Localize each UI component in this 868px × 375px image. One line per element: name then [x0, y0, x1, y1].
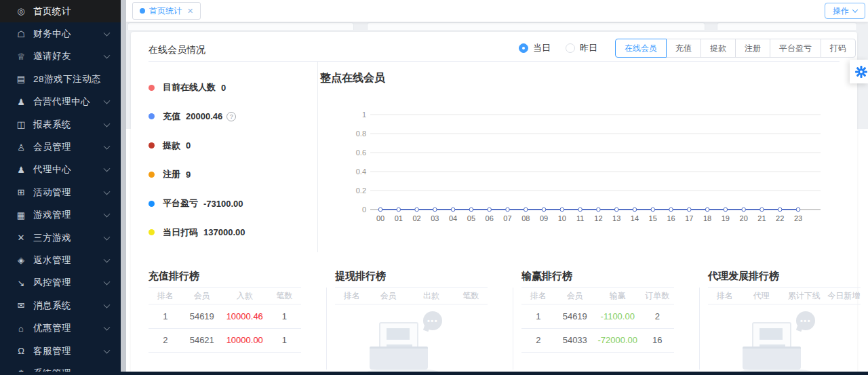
- sidebar-item-邀请好友[interactable]: ♕邀请好友: [0, 45, 121, 68]
- chevron-down-icon: [104, 188, 111, 195]
- svg-text:0: 0: [362, 205, 366, 214]
- table-cell: -1100.00: [595, 311, 641, 321]
- sidebar-item-游戏管理[interactable]: ▦游戏管理: [0, 204, 121, 226]
- promo-icon: ⌂: [15, 323, 27, 334]
- ranking-提现排行榜: 提现排行榜排名会员出款笔数•••: [335, 269, 488, 304]
- stat-dot: [149, 201, 155, 207]
- document-icon: ▤: [15, 74, 27, 84]
- svg-text:13: 13: [612, 214, 620, 222]
- sidebar-item-消息系统[interactable]: ✉消息系统: [0, 294, 121, 317]
- stat-value: 20000.46: [186, 111, 222, 121]
- radio-当日[interactable]: 当日: [519, 42, 551, 54]
- table-cell: 54033: [555, 335, 595, 345]
- empty-tray: [743, 347, 801, 370]
- metric-button-充值[interactable]: 充值: [666, 39, 701, 58]
- ranking-table: 排名会员入款笔数15461910000.46125462110000.001: [149, 287, 301, 353]
- sidebar-item-label: 邀请好友: [33, 50, 71, 62]
- table-cell: 1: [149, 311, 182, 321]
- stat-item: 注册9: [149, 168, 311, 180]
- content-area: 在线会员情况 当日昨日 在线会员充值提款注册平台盈亏打码 目前在线人数0充值20…: [126, 22, 868, 375]
- stat-item: 充值20000.46?: [149, 111, 311, 123]
- sidebar-item-label: 报表系统: [33, 119, 71, 131]
- header-cell: 排名: [708, 290, 742, 302]
- header-cell: 排名: [149, 290, 182, 302]
- close-icon[interactable]: ✕: [187, 7, 193, 15]
- sidebar-item-代理中心[interactable]: ♟代理中心: [0, 159, 121, 181]
- sidebar-item-label: 风控管理: [33, 277, 71, 289]
- chevron-down-icon: [104, 98, 111, 104]
- header-cell: 会员: [555, 290, 595, 302]
- sidebar-item-报表系统[interactable]: ◫报表系统: [0, 113, 121, 136]
- header-cell: 累计下线: [781, 290, 827, 302]
- settings-panel-toggle[interactable]: [850, 60, 868, 83]
- svg-text:15: 15: [649, 214, 657, 222]
- partner-icon: ♟: [15, 97, 27, 107]
- table-row: 254033-72000.0016: [521, 329, 674, 353]
- sidebar-item-返水管理[interactable]: ◈返水管理: [0, 249, 121, 271]
- ranking-table: 排名会员输赢订单数154619-1100.002254033-72000.001…: [521, 287, 674, 353]
- table-header-row: 排名会员入款笔数: [149, 287, 301, 304]
- active-tab-dot: [140, 8, 145, 14]
- svg-text:00: 00: [376, 214, 384, 222]
- ranking-title: 代理发展排行榜: [708, 269, 861, 283]
- action-button[interactable]: 操作: [825, 3, 865, 19]
- stat-dot: [149, 113, 155, 119]
- tab-home-stats[interactable]: 首页统计 ✕: [132, 2, 201, 20]
- sidebar-item-label: 会员管理: [33, 141, 71, 153]
- svg-text:0.6: 0.6: [356, 149, 366, 157]
- sidebar-item-活动管理[interactable]: ⊞活动管理: [0, 181, 121, 203]
- table-cell: 1: [268, 335, 302, 345]
- metric-button-提款[interactable]: 提款: [701, 39, 736, 58]
- stat-value: 9: [186, 170, 191, 180]
- svg-text:21: 21: [757, 214, 766, 222]
- sidebar-item-28游戏下注动态[interactable]: ▤28游戏下注动态: [0, 68, 121, 90]
- stat-dot: [149, 85, 155, 91]
- svg-text:03: 03: [431, 214, 439, 222]
- table-cell: 2: [149, 335, 182, 345]
- sidebar-item-三方游戏[interactable]: ✕三方游戏: [0, 226, 121, 249]
- help-icon[interactable]: ?: [226, 112, 236, 121]
- sidebar-scrollbar[interactable]: [121, 0, 126, 375]
- header-cell: 会员: [182, 290, 222, 302]
- sidebar-item-合营代理中心[interactable]: ♟合营代理中心: [0, 91, 121, 113]
- metric-button-打码[interactable]: 打码: [821, 39, 856, 58]
- table-cell: 2: [521, 335, 555, 345]
- stat-dot: [149, 142, 155, 149]
- header-cell: 代理: [742, 290, 782, 302]
- sidebar-item-风控管理[interactable]: ↘风控管理: [0, 272, 121, 294]
- sidebar-item-label: 合营代理中心: [33, 96, 90, 108]
- chevron-down-icon: [104, 211, 111, 218]
- sidebar-item-会员管理[interactable]: ♙会员管理: [0, 136, 121, 158]
- svg-text:12: 12: [594, 214, 602, 222]
- sidebar-item-label: 三方游戏: [33, 232, 71, 244]
- radio-昨日[interactable]: 昨日: [566, 42, 597, 54]
- agent-icon: ♟: [15, 165, 27, 175]
- sidebar-item-优惠管理[interactable]: ⌂优惠管理: [0, 317, 121, 339]
- chevron-down-icon: [104, 256, 111, 263]
- sidebar-item-label: 消息系统: [33, 300, 71, 312]
- metric-button-平台盈亏[interactable]: 平台盈亏: [770, 39, 821, 58]
- chevron-down-icon: [104, 233, 111, 240]
- stat-dot: [149, 229, 155, 235]
- metric-button-在线会员[interactable]: 在线会员: [615, 39, 667, 58]
- svg-text:02: 02: [412, 214, 420, 222]
- empty-bubble-icon: •••: [423, 311, 442, 330]
- sidebar-item-首页统计[interactable]: ◎首页统计: [0, 0, 121, 22]
- header-cell: 入款: [222, 290, 268, 302]
- stat-dot: [149, 172, 155, 178]
- activity-icon: ⊞: [15, 187, 27, 197]
- sidebar-item-label: 财务中心: [33, 28, 71, 40]
- stat-label: 平台盈亏: [163, 197, 198, 210]
- metric-button-group: 在线会员充值提款注册平台盈亏打码: [615, 39, 856, 58]
- sidebar-item-财务中心[interactable]: ☖财务中心: [0, 22, 121, 45]
- header-cell: 输赢: [595, 290, 641, 302]
- stat-value: 0: [186, 140, 191, 151]
- svg-text:05: 05: [467, 214, 475, 222]
- metric-button-注册[interactable]: 注册: [735, 39, 770, 58]
- gear-icon: [854, 65, 868, 79]
- chevron-down-icon: [104, 301, 111, 308]
- hourly-online-chart: 10.80.60.40.2000010203040506070809101112…: [339, 98, 827, 234]
- svg-text:22: 22: [776, 214, 784, 222]
- sidebar-item-客服管理[interactable]: Ω客服管理: [0, 340, 121, 362]
- svg-text:23: 23: [794, 214, 802, 222]
